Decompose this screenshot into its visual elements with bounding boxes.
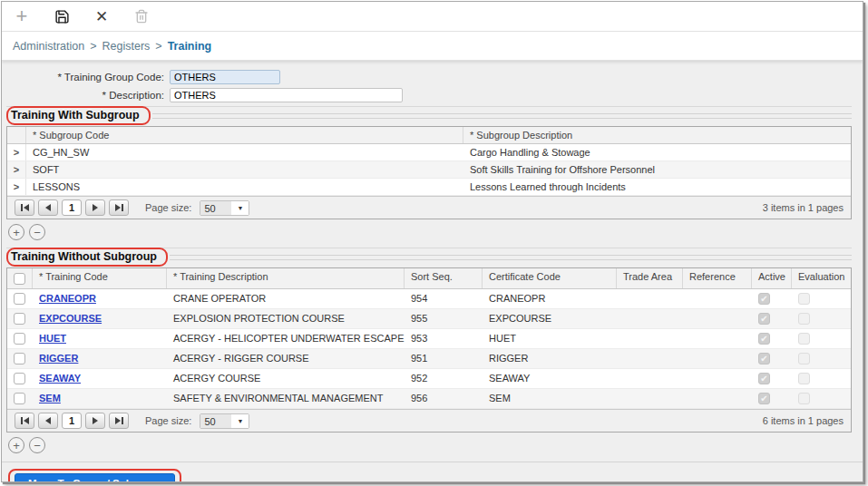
add-row-button[interactable]: +	[8, 437, 24, 453]
last-page-button[interactable]	[109, 199, 129, 216]
training-pager: 1 Page size: 50 ▼ 6 items in 1 pages	[7, 409, 851, 432]
add-row-button[interactable]: +	[8, 224, 24, 240]
training-code-cell: HUET	[33, 329, 167, 348]
reference-column-header: Reference	[683, 268, 752, 288]
reference-cell	[683, 369, 752, 388]
move-to-group-button[interactable]: Move To Group / Subgroup	[15, 473, 175, 482]
first-page-button[interactable]	[15, 413, 34, 429]
training-code-link[interactable]: CRANEOPR	[39, 293, 96, 304]
certificate-code-cell: SEAWAY	[483, 369, 617, 388]
expand-row-button[interactable]: >	[7, 161, 26, 178]
certificate-code-cell: CRANEOPR	[483, 289, 617, 308]
evaluation-checkbox	[798, 293, 810, 305]
breadcrumb-separator: >	[90, 40, 96, 53]
subgroup-code-cell: SOFT	[26, 161, 463, 178]
page-size-dropdown[interactable]: 50 ▼	[200, 200, 249, 216]
section-divider	[152, 113, 852, 119]
without-subgroup-section: Training Without Subgroup * Training Cod…	[6, 248, 852, 458]
training-table-body: CRANEOPRCRANE OPERATOR954CRANEOPR✔EXPCOU…	[7, 289, 851, 409]
breadcrumb-administration[interactable]: Administration	[13, 40, 84, 53]
training-description-cell: ACERGY COURSE	[167, 369, 405, 388]
page-content: * Training Group Code: * Description: Tr…	[2, 61, 863, 482]
prev-page-button[interactable]	[38, 199, 58, 216]
remove-row-button[interactable]: −	[29, 224, 45, 240]
training-code-link[interactable]: EXPCOURSE	[39, 313, 102, 324]
row-checkbox[interactable]	[14, 373, 25, 384]
sort-seq-cell: 955	[405, 309, 483, 328]
certificate-code-cell: HUET	[483, 329, 617, 348]
reference-cell	[683, 329, 752, 348]
section-divider	[170, 255, 852, 260]
certificate-code-cell: SEM	[483, 389, 617, 408]
with-subgroup-title: Training With Subgroup	[11, 109, 140, 122]
active-checkbox: ✔	[758, 293, 770, 305]
page-size-label: Page size:	[145, 202, 191, 213]
training-code-link[interactable]: RIGGER	[39, 353, 78, 364]
chevron-down-icon: ▼	[231, 414, 249, 428]
trade-area-column-header: Trade Area	[617, 268, 683, 288]
row-checkbox[interactable]	[14, 393, 25, 404]
first-page-icon	[21, 204, 23, 211]
table-row: SEAWAYACERGY COURSE952SEAWAY✔	[7, 369, 851, 389]
training-description-cell: ACERGY - RIGGER COURSE	[167, 349, 405, 368]
row-checkbox[interactable]	[14, 353, 25, 364]
certificate-code-column-header: Certificate Code	[483, 268, 617, 288]
triangle-right-icon	[93, 417, 98, 424]
prev-page-button[interactable]	[38, 413, 58, 429]
page-size-label: Page size:	[145, 415, 191, 426]
row-select-cell	[7, 309, 33, 328]
training-table-header: * Training Code * Training Description S…	[7, 268, 851, 289]
trade-area-cell	[617, 309, 683, 328]
table-row: HUETACERGY - HELICOPTER UNDERWATER ESCAP…	[7, 329, 851, 349]
trade-area-cell	[617, 369, 683, 388]
subgroup-pager: 1 Page size: 50 ▼ 3 items in 1 pages	[7, 196, 851, 219]
first-page-button[interactable]	[15, 199, 34, 216]
certificate-code-cell: RIGGER	[483, 349, 617, 368]
page-size-value: 50	[200, 414, 231, 428]
active-checkbox: ✔	[758, 333, 770, 345]
add-button[interactable]: +	[13, 7, 31, 25]
active-checkbox: ✔	[758, 373, 770, 384]
chevron-right-icon: >	[14, 181, 19, 192]
next-page-button[interactable]	[85, 413, 105, 429]
sort-seq-cell: 954	[405, 289, 483, 308]
current-page-button[interactable]: 1	[62, 199, 82, 216]
training-code-cell: SEM	[33, 389, 167, 408]
breadcrumb-registers[interactable]: Registers	[102, 40, 151, 53]
expand-row-button[interactable]: >	[7, 179, 26, 195]
training-code-cell: SEAWAY	[33, 369, 167, 388]
active-cell: ✔	[752, 309, 792, 328]
triangle-right-icon	[115, 204, 121, 211]
bottom-divider	[2, 462, 863, 462]
training-description-cell: EXPLOSION PROTECTION COURSE	[167, 309, 405, 328]
training-code-link[interactable]: HUET	[39, 333, 66, 344]
row-checkbox[interactable]	[14, 313, 25, 325]
select-all-column-header	[7, 268, 33, 288]
subgroup-code-cell: CG_HN_SW	[26, 144, 463, 160]
current-page-button[interactable]: 1	[62, 413, 82, 429]
description-field[interactable]	[170, 88, 403, 102]
items-summary: 3 items in 1 pages	[763, 202, 844, 213]
training-code-link[interactable]: SEAWAY	[39, 373, 81, 384]
description-label: * Description:	[6, 90, 170, 101]
last-page-icon	[122, 204, 123, 211]
sort-seq-column-header: Sort Seq.	[405, 268, 483, 288]
expand-row-button[interactable]: >	[7, 144, 26, 160]
active-cell: ✔	[752, 389, 792, 408]
select-all-checkbox[interactable]	[14, 273, 25, 285]
annotation-box: Training Without Subgroup	[6, 248, 168, 267]
remove-row-button[interactable]: −	[29, 437, 45, 453]
subgroup-description-column-header: * Subgroup Description	[463, 127, 851, 143]
page-size-dropdown[interactable]: 50 ▼	[200, 413, 249, 429]
row-checkbox[interactable]	[14, 333, 25, 345]
breadcrumb-separator: >	[155, 40, 161, 53]
row-checkbox[interactable]	[14, 293, 25, 305]
cancel-button[interactable]: ✕	[93, 7, 111, 25]
training-code-link[interactable]: SEM	[39, 393, 61, 403]
last-page-button[interactable]	[109, 413, 129, 429]
sort-seq-cell: 951	[405, 349, 483, 368]
active-column-header: Active	[752, 268, 792, 288]
next-page-button[interactable]	[85, 199, 105, 216]
save-button[interactable]	[53, 7, 71, 25]
annotation-box: Move To Group / Subgroup	[8, 469, 181, 482]
